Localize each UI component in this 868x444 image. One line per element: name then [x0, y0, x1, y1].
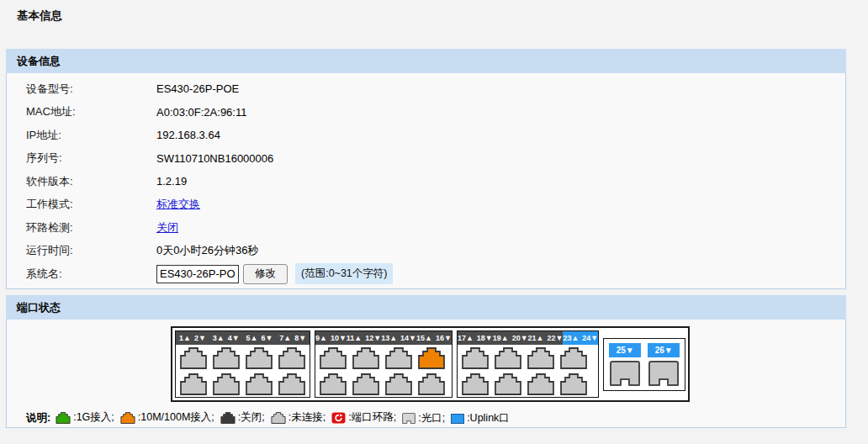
uptime-label: 运行时间:: [26, 243, 156, 258]
ip-address-value: 192.168.3.64: [156, 129, 220, 141]
rj45-port-icon: [352, 347, 379, 369]
legend-item: :未连接;: [271, 410, 326, 425]
rj45-port: [418, 373, 445, 395]
rj45-port: [418, 347, 445, 369]
rj45-port-icon: [495, 373, 521, 395]
rj45-port: [320, 373, 347, 395]
port-labels: 19▲20▼: [493, 331, 528, 345]
rj45-port-icon: [527, 347, 554, 369]
sfp-block: 25▼26▼: [603, 338, 685, 391]
page-title: 基本信息: [17, 8, 62, 24]
legend-item: :关闭;: [220, 410, 265, 425]
row-loop-detection: 环路检测: 关闭: [7, 216, 845, 240]
rj45-port-icon: [220, 412, 236, 424]
serial-number-label: 序列号:: [26, 151, 156, 166]
rj45-port-icon: [271, 412, 286, 424]
rj45-port: [213, 347, 240, 369]
rj45-port: [560, 373, 587, 395]
rj45-port: [213, 373, 240, 395]
rj45-port: [180, 347, 207, 369]
port-block-1: 1▲2▼3▲4▼5▲6▼7▲8▼: [175, 330, 310, 398]
port-status-body: 1▲2▼3▲4▼5▲6▼7▲8▼9▲10▼11▲12▼13▲14▼15▲16▼1…: [6, 320, 846, 428]
legend-text: :Uplink口: [467, 411, 510, 426]
port-legend: 说明: :1G接入;:10M/100M接入;:关闭;:未连接;:端口环路;:光口…: [26, 410, 845, 426]
port-labels: 13▲14▼: [381, 331, 416, 345]
rj45-port: [462, 347, 489, 369]
rj45-port: [246, 347, 273, 369]
sfp-port-label: 26▼: [648, 343, 680, 357]
rj45-port: [352, 373, 379, 395]
port-block-2: 9▲10▼11▲12▼13▲14▼15▲16▼: [315, 330, 453, 398]
row-ip-address: IP地址: 192.168.3.64: [7, 124, 845, 147]
uptime-value: 0天0小时26分钟36秒: [156, 243, 258, 258]
legend-item: :光口;: [402, 411, 445, 426]
rj45-port-icon: [385, 347, 412, 369]
sfp-port-icon: [402, 413, 415, 424]
sfp-port: 26▼: [648, 343, 680, 386]
sfp-port-icon: [610, 361, 640, 386]
rj45-port-icon: [180, 373, 207, 395]
mac-address-label: MAC地址:: [26, 104, 156, 119]
rj45-port: [320, 347, 347, 369]
legend-text: :未连接;: [288, 410, 326, 425]
device-info-header: 设备信息: [6, 49, 846, 73]
rj45-port: [527, 373, 554, 395]
system-name-hint: (范围:0~31个字符): [295, 263, 393, 284]
legend-text: :端口环路;: [348, 410, 396, 425]
legend-text: :1G接入;: [73, 410, 114, 425]
port-status-panel: 端口状态 1▲2▼3▲4▼5▲6▼7▲8▼9▲10▼11▲12▼13▲14▼15…: [6, 295, 846, 428]
device-info-panel: 设备信息 设备型号: ES430-26P-POE MAC地址: A0:03:0F…: [6, 49, 846, 289]
loop-detection-link[interactable]: 关闭: [156, 221, 178, 234]
port-labels: 21▲22▼: [528, 331, 564, 345]
legend-item: :Uplink口: [451, 411, 510, 426]
ip-address-label: IP地址:: [26, 128, 156, 143]
rj45-port-icon: [278, 347, 305, 369]
port-labels: 11▲12▼: [347, 331, 381, 345]
port-labels: 5▲6▼: [243, 331, 277, 345]
uplink-port-icon: [451, 414, 464, 424]
rj45-port-icon: [462, 347, 489, 369]
work-mode-link[interactable]: 标准交换: [156, 198, 200, 210]
device-model-value: ES430-26P-POE: [156, 82, 239, 95]
port-block-3: 17▲18▼19▲20▼21▲22▼23▲24▼: [457, 330, 599, 398]
rj45-port: [495, 373, 521, 395]
legend-text: :10M/100M接入;: [138, 410, 214, 425]
sfp-port: 25▼: [609, 343, 641, 386]
rj45-port-icon: [278, 373, 305, 395]
row-system-name: 系统名: 修改 (范围:0~31个字符): [7, 262, 845, 286]
software-version-value: 1.2.19: [156, 175, 187, 188]
device-info-body: 设备型号: ES430-26P-POE MAC地址: A0:03:0F:2A:9…: [6, 73, 846, 289]
work-mode-label: 工作模式:: [26, 197, 156, 212]
legend-text: :关闭;: [238, 410, 265, 425]
rj45-port-icon: [560, 347, 587, 369]
mac-address-value: A0:03:0F:2A:96:11: [156, 106, 246, 119]
row-uptime: 运行时间: 0天0小时26分钟36秒: [7, 240, 845, 263]
serial-number-value: SW110710NB16000006: [156, 152, 273, 165]
rj45-port: [462, 373, 489, 395]
row-work-mode: 工作模式: 标准交换: [7, 193, 845, 217]
rj45-port: [278, 347, 305, 369]
port-labels: 1▲2▼: [176, 331, 209, 345]
row-software-version: 软件版本: 1.2.19: [7, 170, 845, 193]
legend-item: :10M/100M接入;: [120, 410, 214, 425]
rj45-port: [278, 373, 305, 395]
rj45-port-icon: [320, 373, 347, 395]
rj45-port-icon: [418, 373, 445, 395]
port-labels: 15▲16▼: [416, 331, 452, 345]
port-status-header: 端口状态: [6, 295, 846, 320]
rj45-port-icon: [246, 347, 273, 369]
port-labels: 17▲18▼: [458, 331, 493, 345]
rj45-port-icon: [560, 373, 587, 395]
system-name-input[interactable]: [156, 265, 239, 283]
rj45-port: [560, 347, 587, 369]
rj45-port-icon: [213, 347, 240, 369]
rj45-port-icon: [495, 347, 521, 369]
row-device-model: 设备型号: ES430-26P-POE: [7, 77, 845, 101]
legend-text: :光口;: [418, 411, 445, 426]
rj45-port: [527, 347, 554, 369]
port-labels: 3▲4▼: [209, 331, 243, 345]
uplink-port-labels: 23▲24▼: [563, 331, 598, 345]
rj45-port-icon: [418, 347, 445, 369]
modify-button[interactable]: 修改: [243, 264, 288, 284]
rj45-port: [352, 347, 379, 369]
